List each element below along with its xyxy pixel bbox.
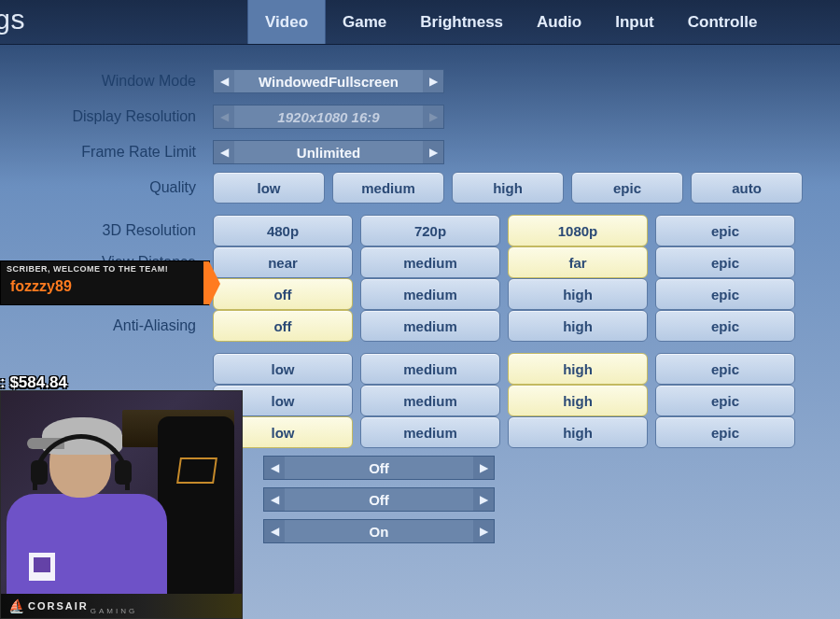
option-group: lowmediumhighepicauto: [213, 172, 803, 204]
option-far[interactable]: far: [508, 246, 648, 278]
option-low[interactable]: low: [213, 353, 353, 385]
tab-input[interactable]: Input: [598, 0, 671, 44]
selector-value: Unlimited: [234, 145, 423, 161]
label-window-mode: Window Mode: [19, 73, 205, 90]
corsair-logo-icon: ⛵: [8, 598, 22, 613]
arrow-left-icon[interactable]: ◀: [264, 520, 285, 542]
option-group: offmediumhighepic: [213, 278, 795, 310]
option-medium[interactable]: medium: [360, 278, 500, 310]
option-off[interactable]: off: [213, 278, 353, 310]
setting-label: 3D Resolution: [19, 222, 205, 239]
selector-toggle[interactable]: ◀On▶: [263, 519, 495, 543]
option-group: lowmediumhighepic: [213, 416, 795, 448]
selector-value: 1920x1080 16:9: [234, 109, 423, 125]
banner-arrow-icon: [209, 261, 220, 306]
row-anti-aliasing: Anti-Aliasingoffmediumhighepic: [19, 310, 821, 342]
setting-label: Quality: [19, 179, 205, 196]
arrow-left-icon[interactable]: ◀: [264, 457, 285, 479]
arrow-left-icon[interactable]: ◀: [264, 488, 285, 511]
option-group: offmediumhighepic: [213, 310, 795, 342]
row-3d-resolution: 3D Resolution480p720p1080pepic: [19, 215, 821, 246]
tab-brightness[interactable]: Brightness: [403, 0, 520, 44]
selector-toggle[interactable]: ◀Off▶: [263, 456, 495, 480]
option-epic[interactable]: epic: [655, 246, 795, 278]
webcam-overlay: ⛵ CORSAIR GAMING: [0, 390, 243, 619]
arrow-left-icon: ◀: [214, 106, 234, 128]
row-quality: Qualitylowmediumhighepicauto: [19, 172, 821, 204]
streamer-figure: [7, 412, 147, 594]
option-high[interactable]: high: [508, 353, 648, 385]
selector-value: Off: [285, 492, 473, 508]
page-title: ings: [0, 4, 42, 41]
option-480p[interactable]: 480p: [213, 215, 353, 246]
option-group: lowmediumhighepic: [213, 385, 795, 416]
option-high[interactable]: high: [508, 278, 648, 310]
arrow-left-icon[interactable]: ◀: [214, 70, 234, 92]
option-high[interactable]: high: [452, 172, 564, 204]
arrow-right-icon[interactable]: ▶: [473, 488, 494, 511]
option-auto[interactable]: auto: [691, 172, 803, 204]
selector-frame-rate-limit[interactable]: ◀ Unlimited ▶: [213, 140, 444, 164]
arrow-right-icon: ▶: [423, 106, 443, 128]
option-epic[interactable]: epic: [655, 310, 795, 342]
sponsor-banner: ⛵ CORSAIR GAMING: [1, 594, 242, 618]
arrow-right-icon[interactable]: ▶: [473, 457, 494, 479]
option-medium[interactable]: medium: [360, 385, 500, 416]
sponsor-brand: CORSAIR: [28, 600, 89, 612]
row-display-resolution: Display Resolution ◀ 1920x1080 16:9 ▶: [19, 101, 821, 133]
option-high[interactable]: high: [508, 310, 648, 342]
option-epic[interactable]: epic: [655, 278, 795, 310]
option-low[interactable]: low: [213, 172, 325, 204]
option-medium[interactable]: medium: [360, 310, 500, 342]
label-display-resolution: Display Resolution: [19, 108, 205, 125]
option-group: lowmediumhighepic: [213, 353, 795, 385]
selector-window-mode[interactable]: ◀ WindowedFullscreen ▶: [213, 69, 444, 93]
tabs-container: VideoGameBrightnessAudioInputControlle: [247, 0, 774, 44]
arrow-right-icon[interactable]: ▶: [423, 141, 443, 163]
option-high[interactable]: high: [508, 385, 648, 416]
twitch-logo-icon: [29, 553, 55, 581]
option-epic[interactable]: epic: [571, 172, 683, 204]
option-group: nearmediumfarepic: [213, 246, 795, 278]
option-off[interactable]: off: [213, 310, 353, 342]
subscriber-name: fozzzy89: [1, 276, 209, 297]
selector-value: On: [285, 524, 473, 540]
option-epic[interactable]: epic: [655, 416, 795, 448]
setting-label: Anti-Aliasing: [19, 317, 205, 334]
selector-value: Off: [285, 460, 473, 476]
subscriber-banner-head: SCRIBER, WELCOME TO THE TEAM!: [1, 261, 209, 276]
row-window-mode: Window Mode ◀ WindowedFullscreen ▶: [19, 65, 821, 97]
arrow-right-icon[interactable]: ▶: [473, 520, 494, 542]
tab-controlle[interactable]: Controlle: [671, 0, 775, 44]
donation-overlay: : $584.84: [0, 373, 67, 392]
arrow-right-icon[interactable]: ▶: [423, 70, 443, 92]
row-frame-rate-limit: Frame Rate Limit ◀ Unlimited ▶: [19, 136, 821, 168]
selector-toggle[interactable]: ◀Off▶: [263, 487, 495, 512]
subscriber-banner: SCRIBER, WELCOME TO THE TEAM! fozzzy89: [0, 260, 210, 305]
tab-video[interactable]: Video: [247, 0, 326, 44]
gaming-chair: [158, 416, 234, 594]
sponsor-sub: GAMING: [91, 607, 137, 615]
selector-value: WindowedFullscreen: [234, 74, 423, 90]
tab-audio[interactable]: Audio: [520, 0, 598, 44]
option-medium[interactable]: medium: [360, 416, 500, 448]
option-medium[interactable]: medium: [360, 246, 500, 278]
tab-game[interactable]: Game: [326, 0, 403, 44]
label-frame-rate-limit: Frame Rate Limit: [19, 144, 205, 161]
option-near[interactable]: near: [213, 246, 353, 278]
option-high[interactable]: high: [508, 416, 648, 448]
selector-display-resolution: ◀ 1920x1080 16:9 ▶: [213, 105, 444, 129]
option-720p[interactable]: 720p: [360, 215, 500, 246]
option-medium[interactable]: medium: [360, 353, 500, 385]
arrow-left-icon[interactable]: ◀: [214, 141, 234, 163]
row-setting: lowmediumhighepic: [19, 353, 821, 385]
option-epic[interactable]: epic: [655, 215, 795, 246]
option-group: 480p720p1080pepic: [213, 215, 795, 246]
option-epic[interactable]: epic: [655, 353, 795, 385]
option-medium[interactable]: medium: [332, 172, 444, 204]
option-epic[interactable]: epic: [655, 385, 795, 416]
settings-topbar: ings VideoGameBrightnessAudioInputContro…: [0, 0, 840, 45]
option-1080p[interactable]: 1080p: [508, 215, 648, 246]
